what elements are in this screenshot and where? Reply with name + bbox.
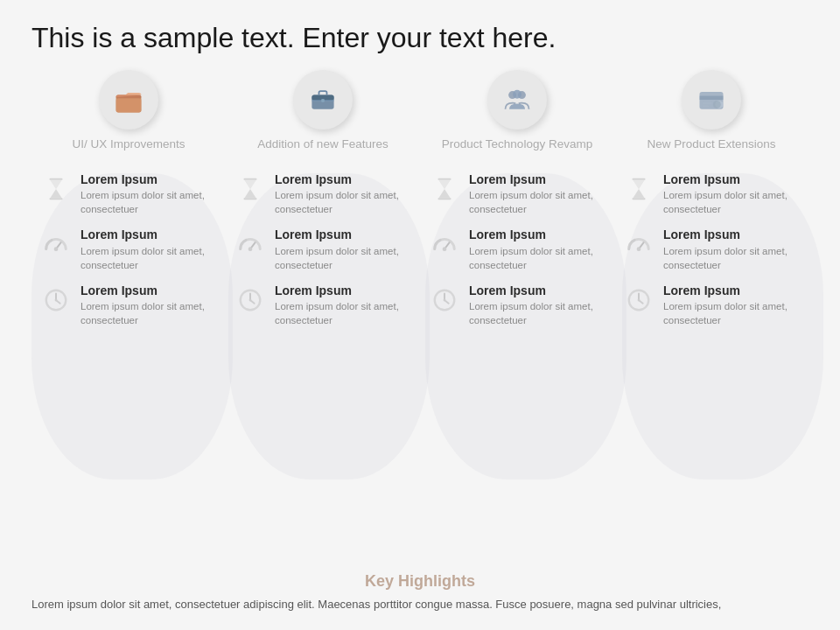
item-title: Lorem Ipsum [663,283,800,298]
item-text: Lorem IpsumLorem ipsum dolor sit amet, c… [663,227,800,271]
item-title: Lorem Ipsum [469,172,606,187]
item-desc: Lorem ipsum dolor sit amet, consectetuer [80,299,217,327]
svg-rect-24 [244,178,257,180]
hourglass-icon [623,173,654,205]
col-icon-briefcase [293,70,353,130]
item-text: Lorem IpsumLorem ipsum dolor sit amet, c… [663,283,800,327]
page: This is a sample text. Enter your text h… [0,0,840,630]
item-row: Lorem IpsumLorem ipsum dolor sit amet, c… [38,223,219,275]
item-text: Lorem IpsumLorem ipsum dolor sit amet, c… [80,172,217,216]
columns-grid: Lorem IpsumLorem ipsum dolor sit amet, c… [32,164,808,565]
svg-rect-41 [633,198,646,200]
clock-icon [234,284,266,316]
item-row: Lorem IpsumLorem ipsum dolor sit amet, c… [38,168,219,220]
item-desc: Lorem ipsum dolor sit amet, consectetuer [469,188,606,216]
item-title: Lorem Ipsum [80,172,217,187]
svg-point-47 [638,298,640,301]
item-text: Lorem IpsumLorem ipsum dolor sit amet, c… [469,227,606,271]
item-title: Lorem Ipsum [663,172,800,187]
svg-point-39 [444,298,446,301]
item-text: Lorem IpsumLorem ipsum dolor sit amet, c… [469,283,606,327]
svg-rect-12 [703,102,712,104]
item-text: Lorem IpsumLorem ipsum dolor sit amet, c… [80,227,217,271]
item-text: Lorem IpsumLorem ipsum dolor sit amet, c… [663,172,800,216]
svg-point-43 [637,248,641,252]
col-header-4: New Product Extensions [615,70,808,152]
item-desc: Lorem ipsum dolor sit amet, consectetuer [275,299,411,327]
svg-point-35 [443,248,447,252]
item-row: Lorem IpsumLorem ipsum dolor sit amet, c… [621,279,802,331]
gauge-icon [429,228,460,260]
item-title: Lorem Ipsum [80,227,217,242]
svg-rect-32 [438,178,452,180]
item-desc: Lorem ipsum dolor sit amet, consectetuer [469,299,606,327]
item-row: Lorem IpsumLorem ipsum dolor sit amet, c… [427,168,607,220]
svg-point-19 [54,248,59,252]
col-header-2: Addition of new Features [227,70,419,152]
svg-rect-11 [700,96,724,101]
clock-icon [623,284,654,316]
col-label-4: New Product Extensions [647,136,775,152]
highlights-section: Key Highlights Lorem ipsum dolor sit ame… [32,572,808,613]
svg-rect-16 [50,178,63,180]
svg-point-15 [713,101,721,108]
column-headers: UI/ UX Improvements Addition of new Feat… [32,70,808,152]
clock-icon [40,284,72,316]
col-label-1: UI/ UX Improvements [72,136,185,152]
item-row: Lorem IpsumLorem ipsum dolor sit amet, c… [233,279,413,331]
col-label-2: Addition of new Features [257,136,388,152]
highlights-text: Lorem ipsum dolor sit amet, consectetuer… [32,596,808,613]
svg-rect-2 [116,95,142,99]
item-row: Lorem IpsumLorem ipsum dolor sit amet, c… [233,168,413,220]
col-icon-people [487,70,547,130]
svg-rect-33 [438,198,452,200]
item-title: Lorem Ipsum [275,172,411,187]
col-header-1: UI/ UX Improvements [32,70,225,152]
svg-rect-13 [703,106,709,108]
svg-rect-25 [244,198,257,200]
item-desc: Lorem ipsum dolor sit amet, consectetuer [80,244,217,272]
column-3: Lorem IpsumLorem ipsum dolor sit amet, c… [420,164,614,565]
item-text: Lorem IpsumLorem ipsum dolor sit amet, c… [275,227,411,271]
clock-icon [429,284,460,316]
svg-rect-17 [50,198,63,200]
item-desc: Lorem ipsum dolor sit amet, consectetuer [275,188,411,216]
item-row: Lorem IpsumLorem ipsum dolor sit amet, c… [621,223,802,275]
page-title: This is a sample text. Enter your text h… [32,21,808,54]
item-row: Lorem IpsumLorem ipsum dolor sit amet, c… [427,279,607,331]
item-desc: Lorem ipsum dolor sit amet, consectetuer [663,299,800,327]
svg-point-9 [513,90,522,99]
item-title: Lorem Ipsum [275,283,411,298]
svg-rect-1 [116,99,142,113]
item-desc: Lorem ipsum dolor sit amet, consectetuer [663,244,800,272]
item-title: Lorem Ipsum [275,227,411,242]
column-2: Lorem IpsumLorem ipsum dolor sit amet, c… [226,164,420,565]
svg-rect-40 [633,178,646,180]
item-title: Lorem Ipsum [80,283,217,298]
item-desc: Lorem ipsum dolor sit amet, consectetuer [469,244,606,272]
item-row: Lorem IpsumLorem ipsum dolor sit amet, c… [621,168,802,220]
svg-point-27 [248,248,253,252]
svg-point-23 [55,298,58,301]
hourglass-icon [234,173,266,205]
item-desc: Lorem ipsum dolor sit amet, consectetuer [663,188,800,216]
content-area: Lorem IpsumLorem ipsum dolor sit amet, c… [32,164,808,565]
item-row: Lorem IpsumLorem ipsum dolor sit amet, c… [427,223,607,275]
col-icon-card [682,70,741,130]
item-desc: Lorem ipsum dolor sit amet, consectetuer [275,244,411,272]
col-header-3: Product Technology Revamp [421,70,613,152]
hourglass-icon [429,173,460,205]
hourglass-icon [40,173,72,205]
item-row: Lorem IpsumLorem ipsum dolor sit amet, c… [233,223,413,275]
svg-rect-6 [321,99,325,102]
col-icon-folder [99,70,158,130]
col-label-3: Product Technology Revamp [442,136,592,152]
item-text: Lorem IpsumLorem ipsum dolor sit amet, c… [275,283,411,327]
item-text: Lorem IpsumLorem ipsum dolor sit amet, c… [469,172,606,216]
gauge-icon [40,228,72,260]
highlights-title: Key Highlights [32,572,808,591]
item-title: Lorem Ipsum [469,227,606,242]
svg-point-31 [249,298,252,301]
column-4: Lorem IpsumLorem ipsum dolor sit amet, c… [614,164,808,565]
item-text: Lorem IpsumLorem ipsum dolor sit amet, c… [80,283,217,327]
